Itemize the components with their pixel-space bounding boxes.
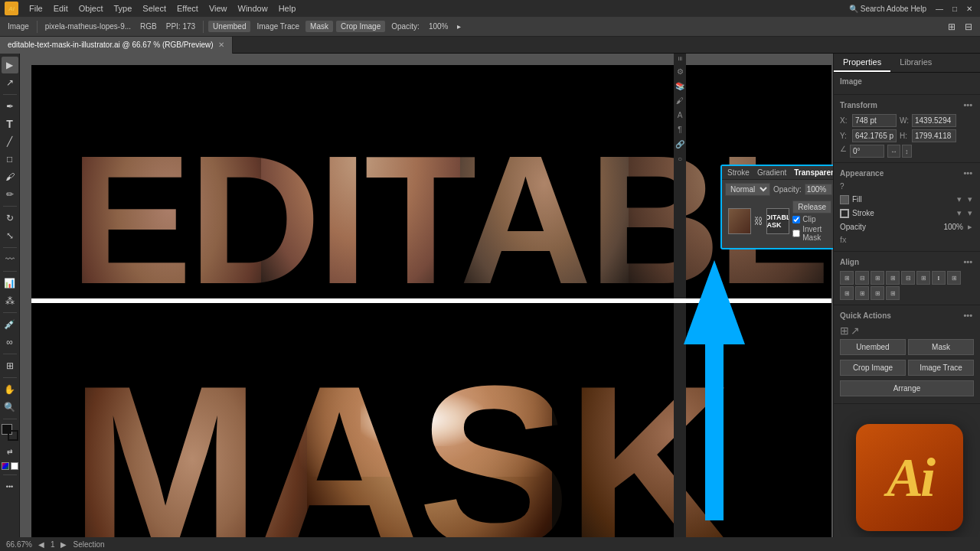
- fill-stroke-indicator[interactable]: [2, 424, 18, 441]
- menu-select[interactable]: Select: [138, 2, 171, 15]
- column-graph-tool[interactable]: 📊: [2, 275, 18, 292]
- menu-file[interactable]: File: [24, 2, 47, 15]
- menu-window[interactable]: Window: [234, 2, 273, 15]
- distribute-right-btn[interactable]: ⊞: [840, 286, 854, 300]
- distribute-center-h-btn[interactable]: ⊞: [947, 271, 961, 285]
- layers-icon[interactable]: ≡: [676, 57, 684, 61]
- fill-more-btn[interactable]: ▾: [966, 194, 974, 205]
- search-adobe-help[interactable]: 🔍 Search Adobe Help: [846, 4, 929, 14]
- maximize-btn[interactable]: □: [949, 4, 960, 14]
- brush-icon[interactable]: 🖌: [676, 96, 684, 105]
- unembed-btn[interactable]: Unembed: [208, 21, 250, 32]
- properties-tab[interactable]: Properties: [834, 54, 890, 72]
- menu-effect[interactable]: Effect: [172, 2, 203, 15]
- layout-btn[interactable]: ⊟: [962, 21, 975, 33]
- character-icon[interactable]: A: [678, 111, 683, 119]
- line-tool[interactable]: ╱: [2, 133, 18, 150]
- selection-tool[interactable]: ▶: [2, 57, 18, 73]
- stroke-more-btn[interactable]: ▾: [966, 207, 974, 219]
- warp-tool[interactable]: 〰: [2, 251, 18, 268]
- more-tools[interactable]: •••: [2, 478, 18, 495]
- active-tab[interactable]: editable-text-mask-in-illustrator.ai @ 6…: [0, 37, 233, 54]
- distribute-top-btn[interactable]: ⊞: [855, 286, 869, 300]
- method-dropdown[interactable]: Image Trace: [253, 21, 302, 31]
- more-options[interactable]: ▸: [454, 21, 464, 31]
- flip-v-btn[interactable]: ↕: [902, 145, 912, 158]
- swap-fill-stroke[interactable]: ⇄: [2, 443, 18, 460]
- fill-swatch[interactable]: [840, 195, 849, 204]
- release-btn[interactable]: Release: [792, 201, 831, 214]
- nav-back[interactable]: ◀: [38, 540, 44, 549]
- stroke-swatch[interactable]: [840, 209, 849, 218]
- canvas-area[interactable]: EDITABLE: [20, 54, 833, 551]
- stroke-options-btn[interactable]: ▾: [956, 207, 963, 219]
- tab-close-btn[interactable]: ✕: [218, 41, 224, 49]
- clip-checkbox[interactable]: [792, 216, 800, 223]
- x-input[interactable]: [852, 114, 897, 127]
- paintbrush-tool[interactable]: 🖌: [2, 168, 18, 185]
- menu-type[interactable]: Type: [109, 2, 137, 15]
- color-btn[interactable]: [2, 462, 9, 470]
- blend-mode-select[interactable]: Normal: [725, 183, 770, 196]
- align-center-v-btn[interactable]: ⊟: [901, 271, 915, 285]
- angle-input[interactable]: [850, 145, 884, 158]
- align-bottom-btn[interactable]: ⊞: [916, 271, 930, 285]
- stroke-tab[interactable]: Stroke: [725, 168, 752, 178]
- embed-icon[interactable]: ⊞: [840, 324, 849, 337]
- qa-crop-btn[interactable]: Crop Image: [840, 360, 906, 376]
- qa-mask-btn[interactable]: Mask: [908, 339, 974, 355]
- hand-tool[interactable]: ✋: [2, 381, 18, 398]
- h-input[interactable]: [912, 129, 956, 142]
- link-icon[interactable]: 🔗: [675, 140, 684, 148]
- close-btn[interactable]: ✕: [963, 4, 975, 14]
- mask-btn[interactable]: Mask: [305, 21, 333, 32]
- gradient-tab[interactable]: Gradient: [755, 168, 789, 178]
- appearance-more-btn[interactable]: •••: [962, 168, 974, 178]
- w-input[interactable]: [912, 114, 956, 127]
- eyedropper-tool[interactable]: 💉: [2, 316, 18, 333]
- none-btn[interactable]: [11, 462, 18, 470]
- y-input[interactable]: [852, 129, 897, 142]
- align-more-btn[interactable]: •••: [962, 256, 974, 267]
- pen-tool[interactable]: ✒: [2, 98, 18, 115]
- pencil-tool[interactable]: ✏: [2, 186, 18, 203]
- paragraph-icon[interactable]: ¶: [678, 126, 681, 134]
- menu-help[interactable]: Help: [274, 2, 301, 15]
- distribute-bottom-btn[interactable]: ⊞: [886, 286, 900, 300]
- direct-selection-tool[interactable]: ↗: [2, 74, 18, 91]
- menu-edit[interactable]: Edit: [49, 2, 73, 15]
- align-center-h-btn[interactable]: ⊟: [855, 271, 869, 285]
- qa-arrange-btn[interactable]: Arrange: [840, 380, 974, 396]
- nav-forward[interactable]: ▶: [60, 540, 67, 549]
- rect-tool[interactable]: □: [2, 151, 18, 168]
- align-right-btn[interactable]: ⊞: [871, 271, 884, 285]
- crop-image-btn[interactable]: Crop Image: [336, 21, 385, 32]
- blend-tool[interactable]: ∞: [2, 334, 18, 350]
- invert-checkbox[interactable]: [792, 230, 800, 237]
- align-top-btn[interactable]: ⊞: [886, 271, 900, 285]
- artboard-tool[interactable]: ⊞: [2, 357, 18, 374]
- scale-tool[interactable]: ⤡: [2, 227, 18, 244]
- libraries-icon[interactable]: 📚: [675, 82, 684, 90]
- opacity-more-btn[interactable]: ▸: [966, 221, 974, 233]
- quick-actions-more-btn[interactable]: •••: [962, 310, 974, 321]
- flip-h-btn[interactable]: ↔: [887, 145, 900, 158]
- libraries-tab[interactable]: Libraries: [890, 54, 941, 72]
- distribute-left-btn[interactable]: ⫿: [932, 271, 946, 285]
- qa-unembed-btn[interactable]: Unembed: [840, 339, 906, 355]
- distribute-center-v-btn[interactable]: ⊞: [871, 286, 884, 300]
- type-tool[interactable]: T: [2, 116, 18, 132]
- symbol-sprayer-tool[interactable]: ⁂: [2, 292, 18, 309]
- properties-icon[interactable]: ⚙: [677, 67, 684, 76]
- menu-object[interactable]: Object: [74, 2, 108, 15]
- transform-more-btn[interactable]: •••: [962, 99, 974, 110]
- menu-view[interactable]: View: [204, 2, 232, 15]
- zoom-tool[interactable]: 🔍: [2, 399, 18, 416]
- opacity-panel-input[interactable]: [805, 184, 832, 195]
- circle-icon[interactable]: ○: [678, 155, 682, 163]
- replace-icon[interactable]: ↗: [851, 324, 860, 337]
- minimize-btn[interactable]: —: [933, 4, 946, 14]
- arrange-controls[interactable]: ⊞: [945, 21, 959, 33]
- transparency-tab[interactable]: Transparency: [792, 168, 833, 178]
- rotate-tool[interactable]: ↻: [2, 210, 18, 227]
